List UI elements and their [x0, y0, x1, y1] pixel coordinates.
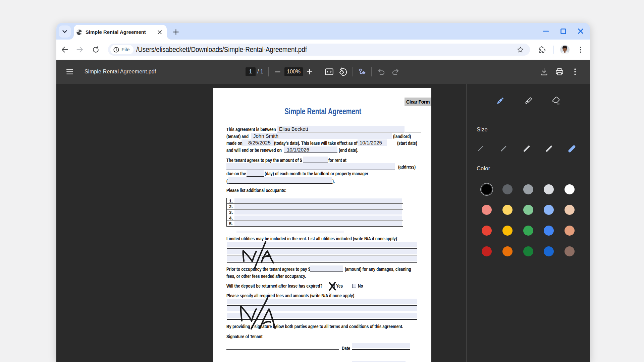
doc-text: Prior to occupancy the tenant agrees to … — [226, 266, 310, 272]
undo-button[interactable] — [375, 66, 387, 78]
field-property-manager[interactable] — [228, 177, 332, 184]
size-option-4[interactable] — [542, 141, 556, 156]
address-bar[interactable]: File /Users/elisabeckett/Downloads/Simpl… — [108, 44, 530, 56]
stroke-sample-icon — [500, 146, 506, 152]
page-number-input[interactable]: 1 — [246, 67, 256, 76]
rotate-button[interactable] — [337, 66, 349, 78]
reload-button[interactable] — [91, 45, 101, 55]
doc-text: and will end or be renewed on — [226, 147, 282, 153]
pdf-viewer-area[interactable]: Clear Form Simple Rental Agreement This … — [56, 84, 590, 362]
color-swatch-red[interactable] — [482, 226, 492, 236]
color-swatch-light-blue[interactable] — [544, 205, 554, 215]
doc-text: Please list additional occupants: — [226, 187, 286, 193]
color-swatch-dark-red[interactable] — [482, 246, 492, 256]
zoom-in-button[interactable] — [304, 66, 316, 78]
color-swatch-black-selected[interactable] — [482, 184, 492, 194]
pen-tool-button[interactable] — [493, 94, 507, 108]
kebab-menu-icon — [574, 68, 576, 75]
occupant-field[interactable] — [234, 210, 402, 215]
occupant-field[interactable] — [234, 198, 402, 203]
stray-field[interactable] — [236, 231, 344, 233]
profile-avatar[interactable] — [560, 45, 570, 54]
doc-text: ). — [332, 178, 335, 184]
occupant-row: 1. — [227, 198, 403, 204]
url-text: /Users/elisabeckett/Downloads/Simple-Ren… — [136, 46, 307, 54]
pen-icon — [496, 97, 504, 105]
rotate-icon — [339, 67, 347, 76]
fit-to-width-button[interactable] — [323, 66, 335, 78]
browser-menu-button[interactable] — [576, 45, 586, 55]
file-chip[interactable]: File — [110, 45, 133, 54]
field-end-date-value: 10/1/2026 — [287, 147, 309, 153]
occupant-field[interactable] — [234, 216, 402, 220]
minimize-button[interactable] — [541, 26, 550, 36]
color-swatch-light-gray[interactable] — [544, 184, 554, 194]
size-option-1[interactable] — [473, 141, 488, 156]
pdf-more-options-button[interactable] — [569, 66, 581, 78]
stroke-sample-icon — [523, 145, 530, 152]
avatar-photo — [560, 45, 570, 54]
highlighter-icon — [524, 97, 533, 105]
pdf-toolbar-separator — [319, 67, 319, 76]
color-swatch-white[interactable] — [565, 184, 575, 194]
size-option-2[interactable] — [496, 141, 511, 156]
color-swatch-yellow[interactable] — [502, 226, 513, 236]
color-swatch-blue[interactable] — [544, 226, 554, 236]
print-button[interactable] — [553, 66, 566, 78]
color-swatch-green[interactable] — [523, 226, 533, 236]
pdf-toolbar-separator — [268, 67, 269, 76]
extensions-button[interactable] — [537, 45, 547, 55]
tab-close-button[interactable] — [157, 29, 163, 35]
doc-text: (landlord) — [393, 133, 411, 139]
field-address[interactable] — [226, 163, 395, 170]
field-damage-amount[interactable] — [310, 265, 343, 272]
pdf-filename: Simple Rental Agreement.pdf — [85, 60, 156, 84]
highlighter-tool-button[interactable] — [521, 94, 536, 108]
close-window-button[interactable] — [576, 26, 585, 36]
color-swatch-brown[interactable] — [565, 246, 575, 256]
zoom-level-value: 100% — [287, 69, 301, 75]
color-swatch-orange[interactable] — [502, 246, 513, 256]
doc-text: fees, or other fees needed after occupan… — [226, 273, 306, 279]
color-swatch-dark-blue[interactable] — [544, 246, 554, 256]
eraser-tool-button[interactable] — [549, 94, 564, 108]
maximize-button[interactable] — [558, 26, 568, 36]
color-swatch-light-green[interactable] — [523, 205, 533, 215]
checkbox-no[interactable] — [352, 284, 356, 288]
color-swatch-light-tan[interactable] — [565, 205, 575, 215]
plus-icon — [307, 69, 312, 74]
color-swatch-salmon[interactable] — [565, 226, 575, 236]
color-swatch-gray[interactable] — [523, 184, 533, 194]
zoom-level-input[interactable]: 100% — [284, 67, 303, 76]
panel-separator — [467, 118, 590, 118]
redo-button[interactable] — [389, 66, 401, 78]
new-tab-button[interactable] — [171, 27, 180, 37]
color-swatch-light-yellow[interactable] — [502, 205, 513, 215]
field-date[interactable] — [352, 343, 410, 348]
occupant-field[interactable] — [234, 204, 402, 209]
field-rent-amount[interactable] — [303, 157, 328, 163]
bookmark-button[interactable] — [516, 45, 525, 54]
pdf-menu-button[interactable] — [64, 66, 76, 78]
checkbox-yes-label: Yes — [336, 283, 343, 289]
annotate-button[interactable] — [356, 66, 368, 78]
size-option-5-selected[interactable] — [565, 141, 579, 156]
occupant-field[interactable] — [234, 221, 402, 226]
color-swatch-dark-gray[interactable] — [502, 184, 513, 194]
pdf-page[interactable]: Clear Form Simple Rental Agreement This … — [213, 88, 431, 362]
forward-button[interactable] — [75, 45, 85, 55]
tab-simple-rental-agreement[interactable]: Simple Rental Agreement — [74, 25, 167, 40]
field-due-day[interactable] — [247, 170, 264, 177]
download-button[interactable] — [538, 66, 550, 78]
doc-text: for rent at — [328, 157, 346, 163]
color-swatch-light-red[interactable] — [482, 205, 492, 215]
size-option-3[interactable] — [519, 141, 534, 156]
field-start-date-value: 10/1/2025 — [360, 140, 382, 145]
occupants-table: 1. 2. 3. 4. 5. — [226, 198, 403, 227]
zoom-out-button[interactable] — [272, 66, 284, 78]
doc-text: The tenant agrees to pay the amount of $ — [226, 157, 302, 163]
doc-text: (day) of each month to the landlord or p… — [265, 171, 368, 176]
color-swatch-dark-green[interactable] — [523, 246, 533, 256]
clear-form-button[interactable]: Clear Form — [405, 98, 431, 106]
back-button[interactable] — [60, 45, 70, 55]
